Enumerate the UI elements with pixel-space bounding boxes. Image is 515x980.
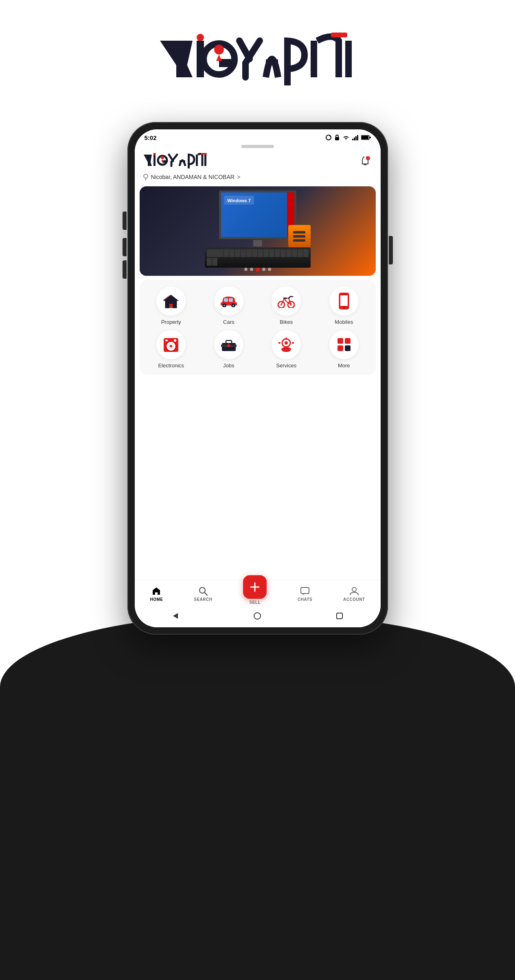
jobs-icon <box>220 337 237 352</box>
svg-point-6 <box>214 45 224 55</box>
nav-search[interactable]: SEARCH <box>194 586 212 602</box>
svg-rect-60 <box>342 294 346 295</box>
mobiles-label: Mobiles <box>335 319 353 325</box>
cars-label: Cars <box>223 319 234 325</box>
banner-dots <box>244 268 271 272</box>
svg-rect-18 <box>354 138 355 140</box>
services-label: Services <box>276 362 296 369</box>
svg-rect-78 <box>345 338 351 344</box>
sell-plus-button[interactable] <box>243 575 267 599</box>
svg-rect-85 <box>301 587 309 594</box>
mobile-icon <box>338 292 350 310</box>
house-icon <box>163 293 179 309</box>
more-icon-circle <box>329 330 359 359</box>
bikes-icon-circle <box>272 286 301 316</box>
svg-rect-44 <box>169 304 173 308</box>
bell-svg-icon: ! <box>359 155 371 167</box>
svg-rect-16 <box>335 137 339 140</box>
nav-sell[interactable]: SELL <box>243 583 267 605</box>
svg-rect-51 <box>224 298 228 302</box>
sell-nav-label: SELL <box>249 600 261 605</box>
home-nav-icon <box>151 586 161 596</box>
svg-rect-13 <box>345 41 352 77</box>
android-back-button[interactable] <box>171 611 180 621</box>
svg-point-64 <box>170 345 172 347</box>
category-item-services[interactable]: Services <box>259 330 314 369</box>
svg-rect-23 <box>370 137 371 138</box>
svg-point-86 <box>352 587 356 591</box>
svg-point-72 <box>285 341 288 345</box>
phone-speaker <box>135 144 381 150</box>
category-item-jobs[interactable]: Jobs <box>201 330 256 369</box>
notification-bell-button[interactable]: ! <box>358 154 373 168</box>
android-navigation-bar <box>135 606 381 627</box>
categories-grid: Property <box>144 286 372 369</box>
nav-chats[interactable]: CHATS <box>298 586 312 602</box>
bottom-navigation: HOME SEARCH SELL <box>135 580 381 606</box>
brand-logo-area <box>152 33 364 98</box>
chat-nav-icon <box>300 586 310 596</box>
category-item-property[interactable]: Property <box>144 286 199 325</box>
search-nav-label: SEARCH <box>194 597 212 602</box>
bikes-label: Bikes <box>280 319 293 325</box>
svg-point-66 <box>174 339 176 342</box>
category-item-mobiles[interactable]: Mobiles <box>316 286 372 325</box>
chats-nav-label: CHATS <box>298 597 312 602</box>
svg-marker-25 <box>148 155 152 166</box>
banner-dot-2[interactable] <box>250 268 253 271</box>
plus-nav-icon <box>249 581 261 593</box>
location-pin-icon <box>143 173 149 181</box>
wifi-status-icon <box>342 135 350 140</box>
phone-frame: 5:02 <box>127 122 388 635</box>
svg-rect-80 <box>345 345 351 351</box>
category-item-bikes[interactable]: Bikes <box>259 286 314 325</box>
svg-rect-52 <box>229 298 233 302</box>
promotional-banner[interactable]: Windows 7 <box>140 186 376 276</box>
svg-rect-19 <box>355 136 357 140</box>
svg-rect-89 <box>337 613 342 619</box>
brand-logo-svg <box>152 33 364 98</box>
svg-rect-39 <box>364 155 367 157</box>
banner-dot-5[interactable] <box>268 268 271 271</box>
background-blob <box>0 614 515 980</box>
svg-rect-11 <box>284 41 291 85</box>
svg-rect-73 <box>285 338 287 340</box>
banner-dot-4[interactable] <box>262 268 265 271</box>
nav-home[interactable]: HOME <box>150 586 163 602</box>
android-home-button[interactable] <box>252 611 262 621</box>
speaker-bar <box>241 145 274 148</box>
property-icon-circle <box>156 286 186 316</box>
more-label: More <box>338 362 350 369</box>
svg-rect-38 <box>201 153 207 155</box>
svg-rect-58 <box>340 295 348 306</box>
svg-rect-26 <box>153 155 156 166</box>
banner-dot-3[interactable] <box>256 268 260 272</box>
electronics-icon-circle <box>156 330 186 359</box>
category-item-cars[interactable]: Cars <box>201 286 256 325</box>
category-item-more[interactable]: More <box>316 330 372 369</box>
location-expand-arrow: > <box>237 174 240 180</box>
svg-rect-17 <box>352 139 353 140</box>
svg-rect-35 <box>188 155 190 168</box>
svg-point-42 <box>144 174 148 178</box>
nav-account[interactable]: ACCOUNT <box>343 586 365 602</box>
content-spacer <box>135 379 381 580</box>
svg-rect-14 <box>331 33 347 37</box>
search-nav-icon <box>198 586 208 596</box>
android-recent-icon <box>335 612 344 620</box>
banner-dot-1[interactable] <box>244 268 248 271</box>
location-text: Nicobar, ANDAMAN & NICOBAR <box>151 174 234 180</box>
svg-rect-75 <box>278 342 281 344</box>
category-item-electronics[interactable]: Electronics <box>144 330 199 369</box>
svg-rect-76 <box>292 342 294 344</box>
svg-rect-37 <box>204 155 206 166</box>
android-recent-button[interactable] <box>335 611 344 621</box>
status-icons <box>325 134 371 141</box>
bike-icon <box>277 294 295 308</box>
electronics-icon <box>162 336 180 353</box>
svg-point-48 <box>224 305 225 306</box>
svg-point-59 <box>343 307 345 309</box>
android-back-icon <box>171 612 180 620</box>
location-bar[interactable]: Nicobar, ANDAMAN & NICOBAR > <box>135 172 381 184</box>
svg-point-30 <box>161 156 164 159</box>
